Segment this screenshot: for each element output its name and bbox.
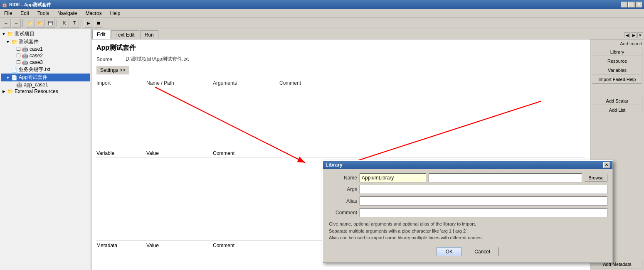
- alias-label: Alias: [328, 198, 357, 204]
- menu-macros[interactable]: Macros: [83, 10, 104, 17]
- args-label: Args: [328, 187, 357, 192]
- spacer: [11, 54, 15, 58]
- tab-text-edit[interactable]: Text Edit: [111, 30, 139, 39]
- robot-icon: 🤖: [16, 82, 22, 88]
- help-line2: Separate multiple arguments with a pipe …: [329, 228, 607, 235]
- tab-prev-button[interactable]: ◀: [624, 32, 630, 38]
- toggle-icon: ▼: [2, 32, 6, 36]
- tab-edit[interactable]: Edit: [92, 30, 110, 39]
- title-bar-controls: ─ □ ✕: [621, 2, 642, 7]
- spacer: [11, 47, 15, 51]
- toggle-icon: [6, 68, 10, 72]
- modal-content: Name Browse Args Alias: [323, 169, 612, 262]
- name-label: Name: [328, 175, 357, 181]
- modal-backdrop: Library ✕ Name Browse Args: [91, 39, 644, 270]
- spacer: [11, 83, 15, 87]
- spacer: [11, 60, 15, 64]
- args-input[interactable]: [360, 185, 607, 194]
- library-dialog: Library ✕ Name Browse Args: [322, 160, 613, 263]
- window-title: RIDE - App测试套件: [9, 2, 51, 8]
- alias-row: Alias: [328, 196, 607, 206]
- menu-bar: File Edit Tools Navigate Macros Help: [0, 9, 644, 17]
- tree-item-label: case2: [30, 53, 43, 59]
- comment-input[interactable]: [360, 208, 607, 217]
- tree-item-appcase1[interactable]: 🤖 app_case1: [1, 81, 90, 88]
- cancel-button[interactable]: Cancel: [466, 247, 498, 256]
- help-line1: Give name, optional arguments and option…: [329, 221, 607, 228]
- tree-item-case1[interactable]: ☐ 🤖 case1: [1, 46, 90, 52]
- tab-nav: ◀ ▶ ✕: [624, 32, 643, 39]
- args-row: Args: [328, 185, 607, 194]
- menu-tools[interactable]: Tools: [35, 10, 52, 17]
- modal-close-button[interactable]: ✕: [603, 162, 610, 168]
- tree-item-case3[interactable]: ☐ 🤖 case3: [1, 59, 90, 66]
- help-line3: Alias can be used to import same library…: [329, 234, 607, 241]
- right-panel: Edit Text Edit Run ◀ ▶ ✕ App测试套件 Source …: [91, 29, 644, 270]
- testcase-button[interactable]: T: [70, 19, 79, 28]
- stop-button[interactable]: ⏹: [94, 19, 103, 28]
- alias-input[interactable]: [360, 196, 607, 206]
- robot-icon: 🤖: [22, 59, 28, 65]
- folder-icon: 📁: [7, 31, 13, 37]
- help-text: Give name, optional arguments and option…: [328, 221, 607, 241]
- save-button[interactable]: 💾: [46, 19, 55, 28]
- tree-item-label: App测试套件: [19, 74, 47, 81]
- toggle-icon: ▶: [2, 89, 6, 93]
- modal-title: Library: [326, 162, 343, 168]
- tree-item-label: app_case1: [24, 82, 48, 88]
- toolbar: ← → 📁 📂 💾 K T ▶ ⏹: [0, 17, 644, 29]
- comment-row: Comment: [328, 208, 607, 217]
- tree-item-label: 测试套件: [19, 38, 39, 45]
- tree-item-label: case3: [30, 59, 43, 65]
- file-icon: 📄: [11, 75, 17, 81]
- minimize-button[interactable]: ─: [621, 2, 627, 7]
- tree-item-label: 测试项目: [15, 30, 35, 37]
- robot-icon: 🤖: [22, 53, 28, 59]
- checkbox-icon: ☐: [16, 59, 21, 65]
- menu-help[interactable]: Help: [108, 10, 123, 17]
- tree-item-testsuite[interactable]: ▼ 📁 测试套件: [1, 38, 90, 46]
- tree-item-keywords[interactable]: 📄 业务关键字.txt: [1, 66, 90, 74]
- ok-button[interactable]: OK: [437, 247, 461, 256]
- comment-label: Comment: [328, 210, 357, 216]
- title-bar: 🤖 RIDE - App测试套件 ─ □ ✕: [0, 0, 644, 9]
- forward-button[interactable]: →: [12, 19, 21, 28]
- tree-item-label: 业务关键字.txt: [19, 66, 50, 73]
- tab-run[interactable]: Run: [140, 30, 158, 39]
- name-input[interactable]: [360, 173, 426, 182]
- toggle-icon: ▼: [6, 76, 10, 80]
- maximize-button[interactable]: □: [628, 2, 635, 7]
- checkbox-icon: ☐: [16, 53, 21, 59]
- keyword-button[interactable]: K: [60, 19, 69, 28]
- folder-icon: 📁: [11, 39, 17, 45]
- tab-close-button[interactable]: ✕: [637, 32, 643, 38]
- tree-item-root[interactable]: ▼ 📁 测试项目: [1, 30, 90, 38]
- file-tree: ▼ 📁 测试项目 ▼ 📁 测试套件 ☐ 🤖 case1 ☐ 🤖 case2 ☐ …: [0, 29, 91, 270]
- tree-item-case2[interactable]: ☐ 🤖 case2: [1, 52, 90, 59]
- name-rest-input[interactable]: [429, 173, 582, 182]
- tree-item-apptestsuite[interactable]: ▼ 📄 App测试套件: [1, 74, 90, 81]
- menu-file[interactable]: File: [2, 10, 15, 17]
- checkbox-icon: ☐: [16, 46, 21, 52]
- back-button[interactable]: ←: [2, 19, 11, 28]
- close-button[interactable]: ✕: [636, 2, 642, 7]
- menu-navigate[interactable]: Navigate: [55, 10, 79, 17]
- tab-next-button[interactable]: ▶: [631, 32, 637, 38]
- folder-icon: 📁: [7, 88, 13, 94]
- run-button[interactable]: ▶: [84, 19, 93, 28]
- modal-buttons: OK Cancel: [328, 245, 607, 258]
- app-icon: 🤖: [2, 2, 7, 7]
- tree-item-external[interactable]: ▶ 📁 External Resources: [1, 88, 90, 95]
- tree-item-label: case1: [30, 46, 43, 52]
- browse-button[interactable]: Browse: [585, 174, 607, 182]
- main-area: ▼ 📁 测试项目 ▼ 📁 测试套件 ☐ 🤖 case1 ☐ 🤖 case2 ☐ …: [0, 29, 644, 270]
- new-button[interactable]: 📁: [26, 19, 35, 28]
- modal-title-bar: Library ✕: [323, 161, 612, 169]
- tree-item-label: External Resources: [15, 88, 58, 94]
- tab-bar: Edit Text Edit Run ◀ ▶ ✕: [91, 29, 644, 39]
- toggle-icon: ▼: [6, 40, 10, 44]
- title-bar-left: 🤖 RIDE - App测试套件: [2, 2, 51, 8]
- name-row: Name Browse: [328, 173, 607, 182]
- menu-edit[interactable]: Edit: [18, 10, 32, 17]
- open-button[interactable]: 📂: [36, 19, 45, 28]
